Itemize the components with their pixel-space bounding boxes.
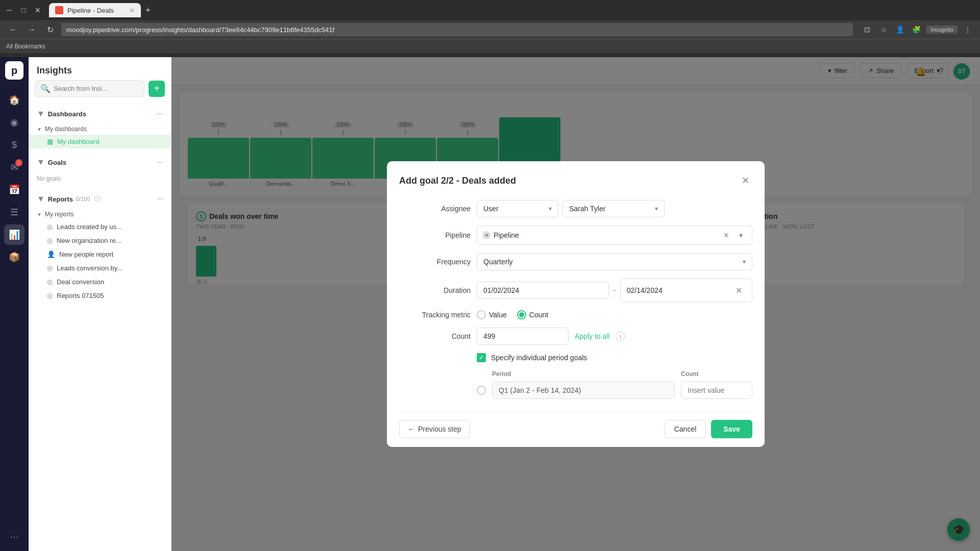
period-table: Period Count <box>399 370 752 399</box>
assignee-type-select[interactable]: User ▾ <box>477 200 558 217</box>
duration-end-input[interactable]: 02/14/2024 ✕ <box>620 279 752 302</box>
leads-created-label: Leads created by us... <box>57 223 122 231</box>
my-dashboards-header[interactable]: ▼ My dashboards <box>29 123 171 135</box>
form-row-duration: Duration - 02/14/2024 ✕ <box>399 279 752 302</box>
pipeline-dropdown-button[interactable]: ▾ <box>734 229 747 241</box>
incognito-badge: Incognito <box>926 26 958 34</box>
sidebar-item-inventory[interactable]: 📦 <box>4 247 24 267</box>
modal-close-button[interactable]: ✕ <box>738 173 752 188</box>
period-q1-radio[interactable] <box>477 386 486 395</box>
goals-section-actions[interactable]: ⋯ <box>157 159 163 166</box>
frequency-select[interactable]: Quarterly ▾ <box>477 253 752 270</box>
tracking-value-option[interactable]: Value <box>477 310 507 319</box>
menu-button[interactable]: ⋮ <box>962 23 974 36</box>
reports-section-title: Reports <box>48 195 73 203</box>
maximize-button[interactable]: □ <box>18 5 29 15</box>
sidebar-item-leads-created[interactable]: ◎ Leads created by us... <box>29 220 171 234</box>
add-button[interactable]: + <box>149 81 165 97</box>
form-row-assignee: Assignee User ▾ Sarah Tyler ▾ <box>399 200 752 217</box>
modal-header: Add goal 2/2 - Deals added ✕ <box>399 173 752 188</box>
sidebar-item-reports-071505[interactable]: ◎ Reports 071505 <box>29 289 171 303</box>
pipeline-tag: ✕ Pipeline <box>482 231 519 239</box>
pipeline-clear-button[interactable]: ✕ <box>720 229 732 241</box>
modal-footer: ← Previous step Cancel Save <box>399 411 752 438</box>
bookmarks-label: All Bookmarks <box>6 43 45 50</box>
duration-control: - 02/14/2024 ✕ <box>477 279 752 302</box>
apply-to-all-link[interactable]: Apply to all <box>575 332 609 340</box>
search-input[interactable] <box>54 85 139 92</box>
my-dashboards-title: My dashboards <box>45 126 87 133</box>
tracking-count-option[interactable]: Count <box>517 310 548 319</box>
dashboards-section: ▼ Dashboards ⋯ ▼ My dashboards ▦ My dash… <box>29 103 171 152</box>
tracking-value-radio[interactable] <box>477 310 486 319</box>
reload-button[interactable]: ↻ <box>43 22 57 37</box>
modal-overlay[interactable]: Add goal 2/2 - Deals added ✕ Assignee Us… <box>172 57 980 551</box>
sidebar-item-targets[interactable]: ◉ <box>4 112 24 133</box>
pipeline-tag-remove-button[interactable]: ✕ <box>482 231 491 239</box>
apply-all-info-icon[interactable]: i <box>616 332 625 341</box>
extension-icon[interactable]: 🧩 <box>910 23 922 36</box>
my-reports-header[interactable]: ▼ My reports <box>29 209 171 220</box>
back-button[interactable]: ← <box>6 22 20 37</box>
period-q1-count-input[interactable] <box>681 382 752 399</box>
sidebar-item-new-org[interactable]: ◎ New organization re... <box>29 234 171 247</box>
sidebar-item-deals[interactable]: $ <box>4 135 24 155</box>
my-reports-subsection: ▼ My reports ◎ Leads created by us... ◎ … <box>29 208 171 304</box>
active-tab[interactable]: Pipeline - Deals ✕ <box>49 3 141 17</box>
bookmarks-bar: All Bookmarks <box>0 39 980 53</box>
reports-section: ▼ Reports 0/150 ⓘ ⋯ ▼ My reports ◎ Leads… <box>29 188 171 306</box>
individual-goals-checkbox[interactable]: ✓ <box>477 353 486 362</box>
my-dashboard-label: My dashboard <box>57 138 99 145</box>
bookmark-star-icon[interactable]: ☆ <box>877 23 890 36</box>
prev-step-arrow-icon: ← <box>408 425 415 433</box>
tracking-count-radio-dot <box>519 312 524 317</box>
save-button[interactable]: Save <box>711 420 752 438</box>
window-controls[interactable]: ─ □ ✕ <box>4 5 43 15</box>
dashboards-section-header[interactable]: ▼ Dashboards ⋯ <box>29 105 171 122</box>
tab-close-button[interactable]: ✕ <box>129 7 135 14</box>
duration-start-input[interactable] <box>477 282 609 299</box>
sidebar-item-more[interactable]: ⋯ <box>4 527 24 547</box>
sidebar-item-lists[interactable]: ☰ <box>4 202 24 222</box>
count-input[interactable] <box>477 328 569 345</box>
tracking-radio-group: Value Count <box>477 310 752 319</box>
leads-created-icon: ◎ <box>47 223 53 231</box>
prev-step-button[interactable]: ← Previous step <box>399 420 470 438</box>
sidebar-item-home[interactable]: 🏠 <box>4 90 24 110</box>
sidebar-item-mail[interactable]: ✉ ! <box>4 157 24 178</box>
leads-conversion-label: Leads conversion by... <box>57 264 122 272</box>
sidebar-item-calendar[interactable]: 📅 <box>4 180 24 200</box>
address-bar: ← → ↻ ⊡ ☆ 👤 🧩 Incognito ⋮ <box>0 20 980 39</box>
reports-section-actions[interactable]: ⋯ <box>157 195 163 203</box>
url-input[interactable] <box>61 23 853 36</box>
close-window-button[interactable]: ✕ <box>33 5 43 15</box>
prev-step-label: Previous step <box>418 425 461 433</box>
sidebar-item-insights[interactable]: 📊 <box>4 224 24 245</box>
count-control: Apply to all i <box>477 328 752 345</box>
screen-cast-icon[interactable]: ⊡ <box>861 23 873 36</box>
form-row-frequency: Frequency Quarterly ▾ <box>399 253 752 270</box>
sidebar-item-deal-conversion[interactable]: ◎ Deal conversion <box>29 275 171 289</box>
goals-section-header[interactable]: ▼ Goals ⋯ <box>29 154 171 171</box>
cancel-button[interactable]: Cancel <box>665 420 706 438</box>
new-tab-button[interactable]: + <box>141 3 155 17</box>
sidebar-item-new-people[interactable]: 👤 New people report <box>29 247 171 261</box>
duration-end-clear-button[interactable]: ✕ <box>731 283 746 297</box>
period-header-row: Period Count <box>477 370 752 378</box>
my-reports-arrow: ▼ <box>37 212 42 217</box>
assignee-value-text: Sarah Tyler <box>569 205 605 213</box>
sidebar-item-leads-conversion[interactable]: ◎ Leads conversion by... <box>29 261 171 275</box>
reports-info-icon[interactable]: ⓘ <box>94 195 101 204</box>
dashboards-section-actions[interactable]: ⋯ <box>157 110 163 117</box>
left-panel-search: 🔍 + <box>29 80 171 103</box>
new-people-icon: 👤 <box>47 251 55 258</box>
search-input-wrap[interactable]: 🔍 <box>35 80 144 97</box>
sidebar-item-my-dashboard[interactable]: ▦ My dashboard <box>29 135 171 148</box>
forward-button[interactable]: → <box>24 22 39 37</box>
profile-icon[interactable]: 👤 <box>894 23 906 36</box>
pipedrive-logo[interactable]: p <box>5 61 23 80</box>
tracking-count-radio[interactable] <box>517 310 526 319</box>
assignee-value-select[interactable]: Sarah Tyler ▾ <box>562 200 665 217</box>
minimize-button[interactable]: ─ <box>4 5 14 15</box>
reports-section-header[interactable]: ▼ Reports 0/150 ⓘ ⋯ <box>29 190 171 208</box>
